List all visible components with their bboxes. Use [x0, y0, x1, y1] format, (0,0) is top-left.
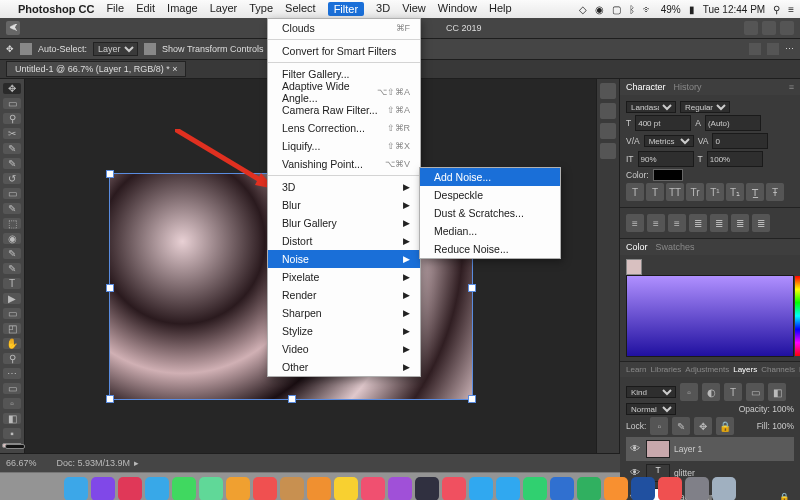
bold-btn[interactable]: T	[626, 183, 644, 201]
transform-handle[interactable]	[288, 395, 296, 403]
noise-item-dust-scratches-[interactable]: Dust & Scratches...	[420, 204, 560, 222]
fg-swatch[interactable]	[626, 259, 642, 275]
wifi-icon[interactable]: ᯤ	[643, 4, 653, 15]
filter-item-render[interactable]: Render▶	[268, 286, 420, 304]
tool-14[interactable]: ▶	[3, 293, 21, 304]
dock-ps[interactable]	[631, 477, 655, 500]
tool-13[interactable]: T	[3, 278, 21, 289]
filter-item-sharpen[interactable]: Sharpen▶	[268, 304, 420, 322]
tab-libraries[interactable]: Libraries	[650, 365, 681, 374]
bt-icon[interactable]: ᛒ	[629, 4, 635, 15]
filter-item-blur-gallery[interactable]: Blur Gallery▶	[268, 214, 420, 232]
panel-icon[interactable]	[600, 103, 616, 119]
filter-item-3d[interactable]: 3D▶	[268, 178, 420, 196]
mac-menu-type[interactable]: Type	[249, 2, 273, 16]
tab-adjustments[interactable]: Adjustments	[685, 365, 729, 374]
filter-item-video[interactable]: Video▶	[268, 340, 420, 358]
dock-mus[interactable]	[658, 477, 682, 500]
tab-layers[interactable]: Layers	[733, 365, 757, 374]
font-family[interactable]: Landasans_demo01	[626, 101, 676, 113]
color-picker[interactable]	[626, 275, 794, 357]
dock-pod[interactable]	[388, 477, 412, 500]
align-icon[interactable]	[749, 43, 761, 55]
dock-notes[interactable]	[334, 477, 358, 500]
hscale[interactable]	[707, 151, 763, 167]
tab-color[interactable]: Color	[626, 242, 648, 252]
tool-3[interactable]: ✂	[3, 128, 21, 139]
tab-history[interactable]: History	[674, 82, 702, 92]
filter-item-noise[interactable]: Noise▶	[268, 250, 420, 268]
arrange-icon[interactable]	[762, 21, 776, 35]
tool-1[interactable]: ▭	[3, 98, 21, 109]
auto-select-target[interactable]: Layer	[93, 42, 138, 56]
dock-trash[interactable]	[712, 477, 736, 500]
close-icon[interactable]: ×	[172, 64, 177, 74]
filter-item-convert-for-smart-filters[interactable]: Convert for Smart Filters	[268, 42, 420, 60]
filter-item-vanishing-point-[interactable]: Vanishing Point...⌥⌘V	[268, 155, 420, 173]
panel-icon[interactable]	[600, 123, 616, 139]
notif-icon[interactable]: ≡	[788, 4, 794, 15]
filter-item-blur[interactable]: Blur▶	[268, 196, 420, 214]
app-name[interactable]: Photoshop CC	[18, 3, 94, 15]
noise-item-median-[interactable]: Median...	[420, 222, 560, 240]
tab-character[interactable]: Character	[626, 82, 666, 92]
tool-9[interactable]: ⬚	[3, 218, 21, 229]
filter-item-lens-correction-[interactable]: Lens Correction...⇧⌘R	[268, 119, 420, 137]
transform-handle[interactable]	[106, 170, 114, 178]
tab-swatches[interactable]: Swatches	[656, 242, 695, 252]
tool-6[interactable]: ↺	[3, 173, 21, 184]
mac-menu-filter[interactable]: Filter	[328, 2, 364, 16]
leading[interactable]	[705, 115, 761, 131]
filter-item-clouds[interactable]: Clouds⌘F	[268, 19, 420, 37]
mac-menu-edit[interactable]: Edit	[136, 2, 155, 16]
tool-2[interactable]: ⚲	[3, 113, 21, 124]
dock-mail[interactable]	[145, 477, 169, 500]
dock-store[interactable]	[469, 477, 493, 500]
tool-0[interactable]: ✥	[3, 83, 21, 94]
tool-17[interactable]: ✋	[3, 338, 21, 349]
dock-photos[interactable]	[226, 477, 250, 500]
dock-num[interactable]	[523, 477, 547, 500]
filter-item-stylize[interactable]: Stylize▶	[268, 322, 420, 340]
noise-item-despeckle[interactable]: Despeckle	[420, 186, 560, 204]
align-left-icon[interactable]: ≡	[626, 214, 644, 232]
tool-5[interactable]: ✎	[3, 158, 21, 169]
dock-msg[interactable]	[172, 477, 196, 500]
filter-item-other[interactable]: Other▶	[268, 358, 420, 376]
italic-btn[interactable]: T	[646, 183, 664, 201]
distribute-icon[interactable]	[767, 43, 779, 55]
dock-safari[interactable]	[496, 477, 520, 500]
auto-select-chk[interactable]	[20, 43, 32, 55]
dock-finder[interactable]	[64, 477, 88, 500]
tool-22[interactable]: ◧	[3, 413, 21, 424]
mac-menu-window[interactable]: Window	[438, 2, 477, 16]
filter-item-liquify-[interactable]: Liquify...⇧⌘X	[268, 137, 420, 155]
dock-siri[interactable]	[91, 477, 115, 500]
tool-23[interactable]: ▪	[3, 428, 21, 439]
filter-item-adaptive-wide-angle-[interactable]: Adaptive Wide Angle...⌥⇧⌘A	[268, 83, 420, 101]
mac-menu-image[interactable]: Image	[167, 2, 198, 16]
lock-icon[interactable]: ▫	[650, 417, 668, 435]
dock-pad[interactable]	[118, 477, 142, 500]
zoom-label[interactable]: 66.67%	[6, 458, 37, 468]
tool-7[interactable]: ▭	[3, 188, 21, 199]
tool-8[interactable]: ✎	[3, 203, 21, 214]
dock-xcel[interactable]	[577, 477, 601, 500]
layer-kind[interactable]: Kind	[626, 386, 676, 398]
dock-music[interactable]	[361, 477, 385, 500]
tool-19[interactable]: ⋯	[3, 368, 21, 379]
text-color-swatch[interactable]	[653, 169, 683, 181]
tool-15[interactable]: ▭	[3, 308, 21, 319]
tab-channels[interactable]: Channels	[761, 365, 795, 374]
dock-cont[interactable]	[280, 477, 304, 500]
display-icon[interactable]: ▢	[612, 4, 621, 15]
filter-item-distort[interactable]: Distort▶	[268, 232, 420, 250]
dock-tv[interactable]	[415, 477, 439, 500]
home-icon[interactable]: ⮜	[6, 21, 20, 35]
tool-10[interactable]: ◉	[3, 233, 21, 244]
panel-icon[interactable]	[600, 143, 616, 159]
tool-11[interactable]: ✎	[3, 248, 21, 259]
tool-16[interactable]: ◰	[3, 323, 21, 334]
visibility-icon[interactable]: 👁	[630, 443, 642, 455]
mac-menu-help[interactable]: Help	[489, 2, 512, 16]
